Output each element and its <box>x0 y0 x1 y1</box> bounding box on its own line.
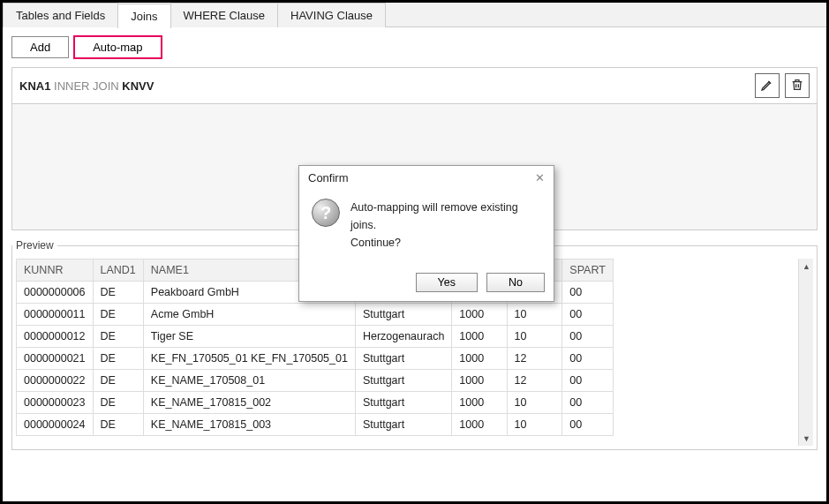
cell: DE <box>93 304 143 326</box>
cell: Stuttgart <box>355 414 451 436</box>
vertical-scrollbar[interactable]: ▲ ▼ <box>798 259 813 446</box>
toolbar: Add Auto-map <box>3 27 826 64</box>
cell: 1000 <box>452 326 507 348</box>
tab-tables-fields[interactable]: Tables and Fields <box>3 3 118 27</box>
join-row: KNA1 INNER JOIN KNVV <box>12 68 817 104</box>
cell: 1000 <box>452 370 507 392</box>
automap-button[interactable]: Auto-map <box>74 36 161 58</box>
scroll-up-button[interactable]: ▲ <box>799 259 813 274</box>
col-kunnr[interactable]: KUNNR <box>17 260 94 282</box>
cell: 1000 <box>452 392 507 414</box>
dialog-header: Confirm ✕ <box>299 166 554 190</box>
tab-having[interactable]: HAVING Clause <box>277 3 386 27</box>
cell: Tiger SE <box>143 326 355 348</box>
dialog-footer: Yes No <box>299 267 554 301</box>
cell: 00 <box>562 348 614 370</box>
cell: 00 <box>562 282 614 304</box>
cell: 1000 <box>452 414 507 436</box>
confirm-dialog: Confirm ✕ ? Auto-mapping will remove exi… <box>298 165 554 302</box>
question-icon: ? <box>312 199 340 227</box>
pencil-icon <box>760 78 774 94</box>
cell: Stuttgart <box>355 304 451 326</box>
cell: 00 <box>562 392 614 414</box>
cell: DE <box>93 414 143 436</box>
table-row[interactable]: 0000000011DEAcme GmbHStuttgart10001000 <box>17 304 614 326</box>
chevron-down-icon: ▼ <box>803 434 810 443</box>
cell: 10 <box>507 414 562 436</box>
dialog-line1: Auto-mapping will remove existing joins. <box>350 199 541 234</box>
cell: 12 <box>507 370 562 392</box>
cell: 1000 <box>452 304 507 326</box>
cell: DE <box>93 392 143 414</box>
dialog-body: ? Auto-mapping will remove existing join… <box>299 190 554 267</box>
scroll-down-button[interactable]: ▼ <box>799 431 813 446</box>
cell: 10 <box>507 304 562 326</box>
table-row[interactable]: 0000000012DETiger SEHerzogenaurach100010… <box>17 326 614 348</box>
delete-join-button[interactable] <box>785 73 810 98</box>
close-icon: ✕ <box>535 171 545 184</box>
cell: 0000000023 <box>17 392 94 414</box>
table-row[interactable]: 0000000023DEKE_NAME_170815_002Stuttgart1… <box>17 392 614 414</box>
cell: 10 <box>507 326 562 348</box>
cell: KE_NAME_170815_002 <box>143 392 355 414</box>
cell: 0000000006 <box>17 282 94 304</box>
join-left-table: KNA1 <box>19 79 50 93</box>
cell: DE <box>93 348 143 370</box>
cell: Stuttgart <box>355 370 451 392</box>
cell: Stuttgart <box>355 392 451 414</box>
cell: 12 <box>507 348 562 370</box>
cell: 00 <box>562 304 614 326</box>
edit-join-button[interactable] <box>755 73 780 98</box>
yes-button[interactable]: Yes <box>416 273 478 292</box>
cell: DE <box>93 370 143 392</box>
cell: 10 <box>507 392 562 414</box>
cell: 0000000022 <box>17 370 94 392</box>
cell: Herzogenaurach <box>355 326 451 348</box>
table-row[interactable]: 0000000022DEKE_NAME_170508_01Stuttgart10… <box>17 370 614 392</box>
cell: 1000 <box>452 348 507 370</box>
trash-icon <box>790 78 804 94</box>
dialog-line2: Continue? <box>350 234 541 252</box>
tab-joins[interactable]: Joins <box>117 4 170 28</box>
dialog-message: Auto-mapping will remove existing joins.… <box>350 199 541 252</box>
table-row[interactable]: 0000000024DEKE_NAME_170815_003Stuttgart1… <box>17 414 614 436</box>
tab-bar: Tables and Fields Joins WHERE Clause HAV… <box>3 3 826 27</box>
cell: 00 <box>562 370 614 392</box>
cell: DE <box>93 326 143 348</box>
cell: 0000000021 <box>17 348 94 370</box>
join-type: INNER JOIN <box>50 79 122 93</box>
cell: Stuttgart <box>355 348 451 370</box>
tab-where[interactable]: WHERE Clause <box>170 3 278 27</box>
no-button[interactable]: No <box>486 273 545 292</box>
join-right-table: KNVV <box>122 79 154 93</box>
chevron-up-icon: ▲ <box>803 262 810 271</box>
cell: Acme GmbH <box>143 304 355 326</box>
cell: 0000000012 <box>17 326 94 348</box>
table-row[interactable]: 0000000021DEKE_FN_170505_01 KE_FN_170505… <box>17 348 614 370</box>
cell: 00 <box>562 326 614 348</box>
join-text: KNA1 INNER JOIN KNVV <box>19 79 750 93</box>
col-land1[interactable]: LAND1 <box>93 260 143 282</box>
col-spart[interactable]: SPART <box>562 260 614 282</box>
dialog-title: Confirm <box>308 171 349 184</box>
cell: 0000000011 <box>17 304 94 326</box>
cell: KE_FN_170505_01 KE_FN_170505_01 <box>143 348 355 370</box>
cell: KE_NAME_170508_01 <box>143 370 355 392</box>
cell: KE_NAME_170815_003 <box>143 414 355 436</box>
cell: 0000000024 <box>17 414 94 436</box>
add-button[interactable]: Add <box>11 36 69 58</box>
cell: DE <box>93 282 143 304</box>
dialog-close-button[interactable]: ✕ <box>535 171 545 184</box>
preview-label: Preview <box>12 239 57 252</box>
cell: 00 <box>562 414 614 436</box>
